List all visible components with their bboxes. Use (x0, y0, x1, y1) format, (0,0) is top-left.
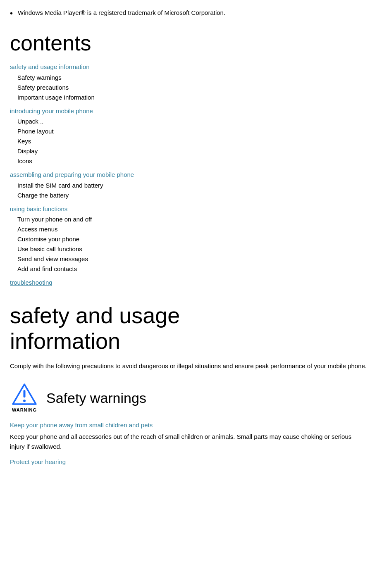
toc-item-safety-warnings[interactable]: Safety warnings (10, 73, 367, 83)
subsection-children-pets-heading: Keep your phone away from small children… (10, 421, 367, 430)
toc-item-customise[interactable]: Customise your phone (10, 234, 367, 244)
toc-item-messages[interactable]: Send and view messages (10, 254, 367, 264)
toc-header-basic-functions[interactable]: using basic functions (10, 205, 367, 214)
contents-title: contents (10, 31, 367, 55)
toc-item-icons[interactable]: Icons (10, 156, 367, 166)
toc-link-troubleshooting[interactable]: troubleshooting (10, 278, 367, 288)
toc-item-turn-on-off[interactable]: Turn your phone on and off (10, 214, 367, 224)
safety-title-line1: safety and usage (10, 303, 180, 328)
warning-icon-container: WARNING (10, 383, 39, 414)
warning-triangle-icon (11, 383, 38, 406)
toc-item-safety-precautions[interactable]: Safety precautions (10, 83, 367, 93)
toc-item-important-usage[interactable]: Important usage information (10, 93, 367, 102)
toc-item-unpack[interactable]: Unpack .. (10, 117, 367, 126)
warning-block: WARNING Safety warnings (10, 383, 367, 414)
toc-item-install-sim[interactable]: Install the SIM card and battery (10, 181, 367, 190)
safety-section: safety and usage information Comply with… (10, 302, 367, 467)
svg-rect-1 (24, 390, 26, 398)
toc-item-phone-layout[interactable]: Phone layout (10, 126, 367, 136)
trademark-line: • Windows Media Player® is a registered … (10, 8, 367, 18)
warning-label: WARNING (12, 407, 37, 414)
toc-item-display[interactable]: Display (10, 146, 367, 156)
toc-header-safety[interactable]: safety and usage information (10, 62, 367, 72)
subsection-children-pets-text: Keep your phone and all accessories out … (10, 432, 367, 452)
warning-heading: Safety warnings (46, 388, 146, 409)
toc-item-access-menus[interactable]: Access menus (10, 224, 367, 234)
toc-item-contacts[interactable]: Add and find contacts (10, 264, 367, 274)
toc-header-introducing[interactable]: introducing your mobile phone (10, 107, 367, 116)
svg-point-2 (23, 400, 26, 402)
safety-title-line2: information (10, 329, 120, 353)
toc-item-keys[interactable]: Keys (10, 136, 367, 146)
trademark-text: Windows Media Player® is a registered tr… (18, 8, 225, 18)
safety-intro: Comply with the following precautions to… (10, 361, 367, 371)
bullet-point: • (10, 8, 13, 18)
safety-section-title: safety and usage information (10, 302, 367, 354)
toc-item-charge-battery[interactable]: Charge the battery (10, 190, 367, 200)
toc-header-assembling[interactable]: assembling and preparing your mobile pho… (10, 170, 367, 180)
table-of-contents: safety and usage information Safety warn… (10, 62, 367, 288)
subsection-protect-hearing-heading: Protect your hearing (10, 457, 367, 467)
toc-item-call-functions[interactable]: Use basic call functions (10, 244, 367, 254)
